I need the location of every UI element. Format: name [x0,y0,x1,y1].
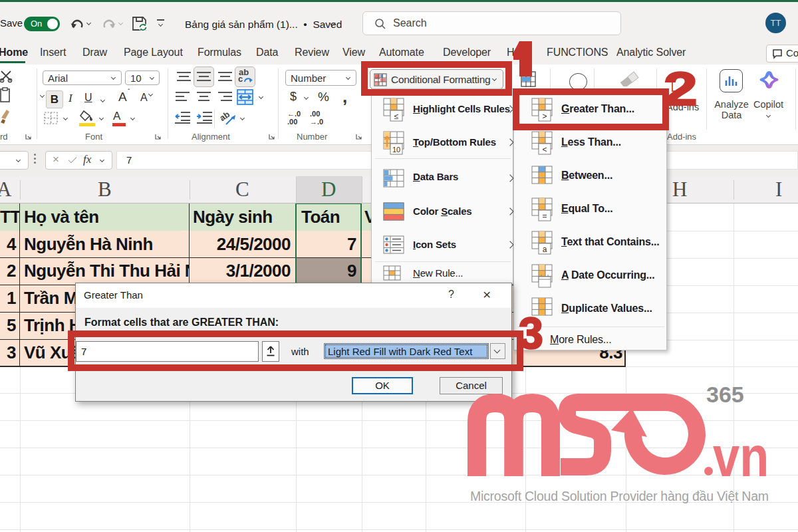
svg-text:a: a [543,245,547,254]
svg-text:≤: ≤ [394,112,399,121]
svg-text:vn: vn [713,424,769,488]
svg-text:Microsoft Cloud Solution Provi: Microsoft Cloud Solution Provider hàng đ… [470,489,769,503]
svg-text:10: 10 [392,146,400,154]
svg-text:=: = [542,211,547,221]
svg-text:<: < [542,145,547,154]
svg-text:365: 365 [706,382,744,407]
